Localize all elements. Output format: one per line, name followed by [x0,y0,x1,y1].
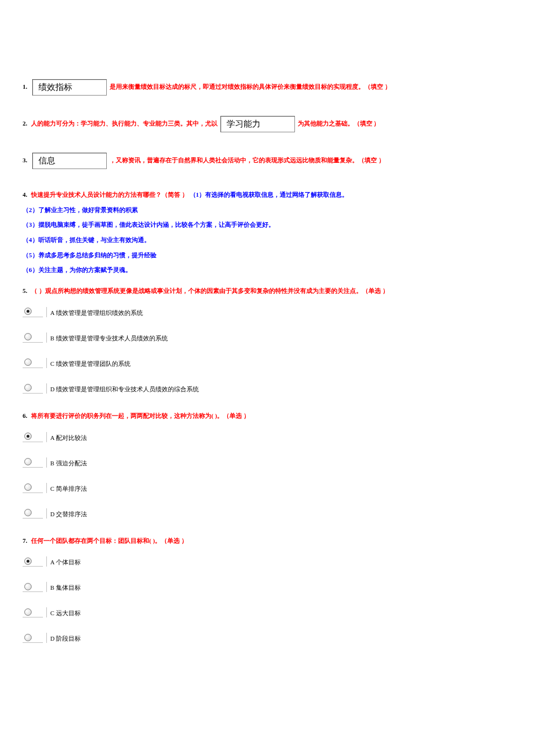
separator-icon [46,332,47,343]
q6-stem: 将所有要进行评价的职务列在一起，两两配对比较，这种方法称为( )。（单选 ） [31,412,250,419]
radio-icon[interactable] [24,308,32,315]
q1-stem: 是用来衡量绩效目标达成的标尺，即通过对绩效指标的具体评价来衡量绩效目标的实现程度… [110,83,391,90]
q5-option-c[interactable]: C 绩效管理是管理团队的系统 [23,357,511,368]
option-label: D 阶段目标 [50,635,81,643]
q4-answer-2: （2）了解业主习性，做好背景资料的积累 [23,205,511,215]
q5-option-d[interactable]: D 绩效管理是管理组织和专业技术人员绩效的综合系统 [23,383,511,394]
q6-option-a[interactable]: A 配对比较法 [23,431,511,442]
question-6: 6. 将所有要进行评价的职务列在一起，两两配对比较，这种方法称为( )。（单选 … [23,411,511,519]
q4-answer-4: （4）听话听音，抓住关键，与业主有效沟通。 [23,235,511,245]
separator-icon [46,508,47,519]
q5-stem: （ ）观点所构想的绩效管理系统更像是战略或事业计划，个体的因素由于其多变和复杂的… [31,287,389,294]
option-label: C 绩效管理是管理团队的系统 [50,360,131,368]
exam-page: 1. 绩效指标 是用来衡量绩效目标达成的标尺，即通过对绩效指标的具体评价来衡量绩… [0,0,534,682]
question-4: 4. 快速提升专业技术人员设计能力的方法有哪些？（简答 ） （1）有选择的看电视… [23,189,511,275]
q4-stem: 快速提升专业技术人员设计能力的方法有哪些？（简答 ） [31,191,188,198]
option-label: D 绩效管理是管理组织和专业技术人员绩效的综合系统 [50,386,199,394]
separator-icon [46,457,47,468]
option-label: B 集体目标 [50,584,81,592]
q4-answer-1: （1）有选择的看电视获取信息，通过网络了解获取信息。 [190,191,349,198]
q2-blank-input[interactable]: 学习能力 [220,116,295,132]
separator-icon [46,358,47,368]
radio-icon[interactable] [24,608,32,616]
separator-icon [46,483,47,493]
q5-option-b[interactable]: B 绩效管理是管理专业技术人员绩效的系统 [23,332,511,343]
radio-icon[interactable] [24,458,32,465]
radio-icon[interactable] [24,634,32,641]
option-label: C 简单排序法 [50,485,87,493]
q6-option-c[interactable]: C 简单排序法 [23,482,511,493]
question-3: 3. 信息 ，又称资讯，普遍存在于自然界和人类社会活动中，它的表现形式远远比物质… [23,153,511,169]
q6-number: 6. [23,412,27,419]
question-5: 5. （ ）观点所构想的绩效管理系统更像是战略或事业计划，个体的因素由于其多变和… [23,286,511,394]
radio-icon[interactable] [24,583,32,590]
option-label: D 交替排序法 [50,511,87,519]
q3-stem: ，又称资讯，普遍存在于自然界和人类社会活动中，它的表现形式远远比物质和能量复杂。… [110,157,385,163]
q3-blank-input[interactable]: 信息 [32,153,107,169]
q1-blank-input[interactable]: 绩效指标 [32,79,107,96]
q7-option-d[interactable]: D 阶段目标 [23,632,511,643]
radio-icon[interactable] [24,558,32,565]
radio-icon[interactable] [24,333,32,340]
question-2: 2. 人的能力可分为：学习能力、执行能力、专业能力三类。其中，尤以 学习能力 为… [23,116,511,132]
separator-icon [46,633,47,643]
q4-answer-6: （6）关注主题，为你的方案赋予灵魂。 [23,265,511,275]
q7-option-c[interactable]: C 远大目标 [23,607,511,617]
option-label: A 个体目标 [50,559,81,567]
separator-icon [46,556,47,567]
radio-icon[interactable] [24,384,32,391]
separator-icon [46,607,47,617]
q2-stem-pre: 人的能力可分为：学习能力、执行能力、专业能力三类。其中，尤以 [31,120,218,127]
option-label: B 绩效管理是管理专业技术人员绩效的系统 [50,335,168,343]
separator-icon [46,383,47,394]
q6-option-d[interactable]: D 交替排序法 [23,508,511,519]
q7-option-b[interactable]: B 集体目标 [23,581,511,592]
radio-icon[interactable] [24,433,32,440]
q3-number: 3. [23,157,27,163]
option-label: B 强迫分配法 [50,460,87,468]
q4-answer-5: （5）养成多思考多总结多归纳的习惯，提升经验 [23,250,511,261]
question-1: 1. 绩效指标 是用来衡量绩效目标达成的标尺，即通过对绩效指标的具体评价来衡量绩… [23,79,511,96]
q7-option-a[interactable]: A 个体目标 [23,556,511,567]
q4-answer-3: （3）摆脱电脑束缚，徒手画草图，借此表达设计内涵，比较各个方案，让高手评价会更好… [23,219,511,230]
q4-number: 4. [23,191,27,198]
q2-number: 2. [23,120,27,127]
question-7: 7. 任何一个团队都存在两个目标：团队目标和( )。（单选 ） A 个体目标 B… [23,535,511,643]
option-label: A 配对比较法 [50,434,87,442]
option-label: A 绩效管理是管理组织绩效的系统 [50,309,143,317]
radio-icon[interactable] [24,509,32,516]
q5-option-a[interactable]: A 绩效管理是管理组织绩效的系统 [23,306,511,317]
q6-option-b[interactable]: B 强迫分配法 [23,457,511,468]
q5-number: 5. [23,287,27,294]
radio-icon[interactable] [24,483,32,491]
q1-number: 1. [23,83,27,90]
radio-icon[interactable] [24,358,32,366]
q7-number: 7. [23,537,27,544]
separator-icon [46,307,47,317]
separator-icon [46,582,47,592]
q7-stem: 任何一个团队都存在两个目标：团队目标和( )。（单选 ） [31,537,188,544]
option-label: C 远大目标 [50,610,81,617]
separator-icon [46,432,47,442]
q2-stem-post: 为其他能力之基础。（填空 ） [298,120,380,127]
